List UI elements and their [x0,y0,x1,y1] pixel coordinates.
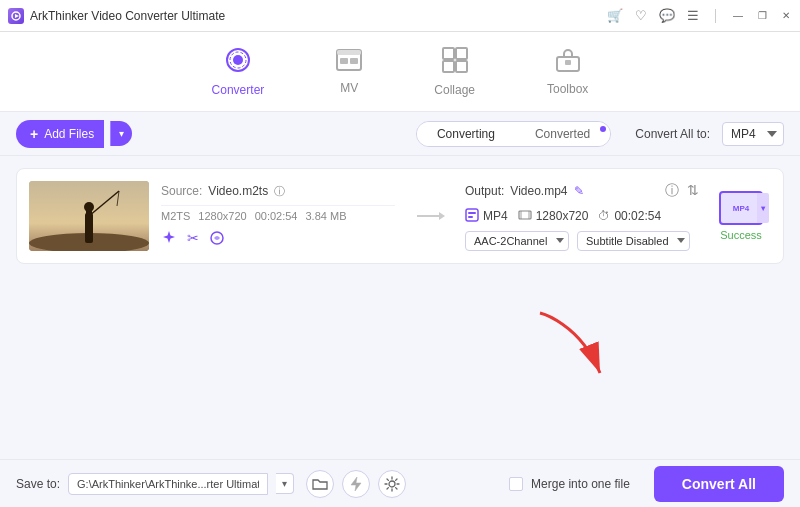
info-icon[interactable]: ⓘ [274,184,285,199]
nav-item-collage[interactable]: Collage [418,39,491,105]
upload-icon[interactable]: ⇅ [687,182,699,200]
svg-rect-10 [456,48,467,59]
user-icon[interactable]: ♡ [635,8,647,23]
file-thumbnail [29,181,149,251]
thumbnail-dropdown-arrow[interactable]: ▾ [757,193,769,223]
cart-icon[interactable]: 🛒 [607,8,623,23]
title-bar-left: ArkThinker Video Converter Ultimate [8,8,225,24]
convert-all-to-label: Convert All to: [635,127,710,141]
svg-rect-17 [86,211,92,239]
file-item: Source: Video.m2ts ⓘ M2TS 1280x720 00:02… [16,168,784,264]
meta-row: M2TS 1280x720 00:02:54 3.84 MB [161,210,395,222]
settings-icon[interactable] [378,470,406,498]
app-container: ArkThinker Video Converter Ultimate 🛒 ♡ … [0,0,800,507]
minimize-button[interactable]: — [732,10,744,22]
meta-size: 3.84 MB [306,210,347,222]
bottom-bar: Save to: ▾ Merge into o [0,459,800,507]
nav-item-mv[interactable]: MV [320,41,378,103]
collage-icon [442,47,468,79]
action-icons: ✂ [161,230,395,249]
flash-icon[interactable] [342,470,370,498]
svg-rect-25 [468,212,476,214]
svg-point-18 [84,202,94,212]
arrow-col [407,206,453,226]
svg-point-30 [389,481,395,487]
svg-rect-26 [468,216,473,218]
restore-button[interactable]: ❐ [756,10,768,22]
subtitle-select[interactable]: Subtitle Disabled [577,231,690,251]
success-col: MP4 ▾ Success [711,191,771,241]
success-format-label: MP4 [733,204,749,213]
output-label-text: Output: [465,184,504,198]
toolbox-icon [555,48,581,78]
mv-icon [336,49,362,77]
save-path-dropdown-button[interactable]: ▾ [276,473,294,494]
scissors-icon[interactable]: ✂ [187,230,199,249]
folder-icon[interactable] [306,470,334,498]
svg-rect-7 [340,58,348,64]
chat-icon[interactable]: 💬 [659,8,675,23]
converting-tab[interactable]: Converting [417,122,515,146]
meta-format: M2TS [161,210,190,222]
convert-all-format-select[interactable]: MP4 MOV AVI MKV [722,122,784,146]
format-icon [465,208,479,225]
sparkle-icon[interactable] [161,230,177,249]
mv-label: MV [340,81,358,95]
effect-icon[interactable] [209,230,225,249]
svg-rect-14 [565,60,571,65]
toolbar: + Add Files ▾ Converting Converted Conve… [0,112,800,156]
svg-rect-24 [466,209,478,221]
svg-rect-12 [456,61,467,72]
nav-item-toolbox[interactable]: Toolbox [531,40,604,104]
svg-rect-8 [350,58,358,64]
source-divider [161,205,395,206]
source-label: Source: [161,184,202,198]
merge-section: Merge into one file [509,477,630,491]
svg-rect-9 [443,48,454,59]
output-name: Video.mp4 [510,184,567,198]
source-row: Source: Video.m2ts ⓘ [161,184,395,199]
converter-icon [225,47,251,79]
success-thumbnail: MP4 ▾ [719,191,763,225]
svg-marker-1 [15,14,19,18]
dur-badge: ⏱ 00:02:54 [598,209,661,223]
converter-label: Converter [212,83,265,97]
app-icon [8,8,24,24]
svg-marker-23 [439,212,445,220]
merge-checkbox[interactable] [509,477,523,491]
svg-rect-11 [443,61,454,72]
close-button[interactable]: ✕ [780,10,792,22]
main-content: Source: Video.m2ts ⓘ M2TS 1280x720 00:02… [0,156,800,459]
add-files-label: Add Files [44,127,94,141]
output-section: Output: Video.mp4 ✎ ⓘ ⇅ [465,182,699,251]
edit-icon[interactable]: ✎ [574,184,584,198]
nav-item-converter[interactable]: Converter [196,39,281,105]
meta-resolution: 1280x720 [198,210,246,222]
codec-select[interactable]: AAC-2Channel [465,231,569,251]
svg-point-3 [233,55,243,65]
format-row: MP4 1280x720 ⏱ [465,208,699,225]
converted-dot [600,126,606,132]
output-actions: ⓘ ⇅ [665,182,699,200]
bottom-icons [306,470,406,498]
nav-bar: Converter MV Col [0,32,800,112]
meta-duration: 00:02:54 [255,210,298,222]
convert-all-button[interactable]: Convert All [654,466,784,502]
converted-tab[interactable]: Converted [515,122,610,146]
source-name: Video.m2ts [208,184,268,198]
add-files-button[interactable]: + Add Files [16,120,104,148]
thumbnail-image [29,181,149,251]
save-path-input[interactable] [68,473,268,495]
plus-icon: + [30,126,38,142]
title-bar: ArkThinker Video Converter Ultimate 🛒 ♡ … [0,0,800,32]
collage-label: Collage [434,83,475,97]
divider [715,9,716,23]
file-info-left: Source: Video.m2ts ⓘ M2TS 1280x720 00:02… [161,184,395,249]
info-out-icon[interactable]: ⓘ [665,182,679,200]
add-files-dropdown-button[interactable]: ▾ [110,121,132,146]
output-label: Output: Video.mp4 ✎ [465,184,584,198]
output-row: Output: Video.mp4 ✎ ⓘ ⇅ [465,182,699,200]
dur-icon: ⏱ [598,209,610,223]
menu-icon[interactable]: ☰ [687,8,699,23]
save-to-label: Save to: [16,477,60,491]
